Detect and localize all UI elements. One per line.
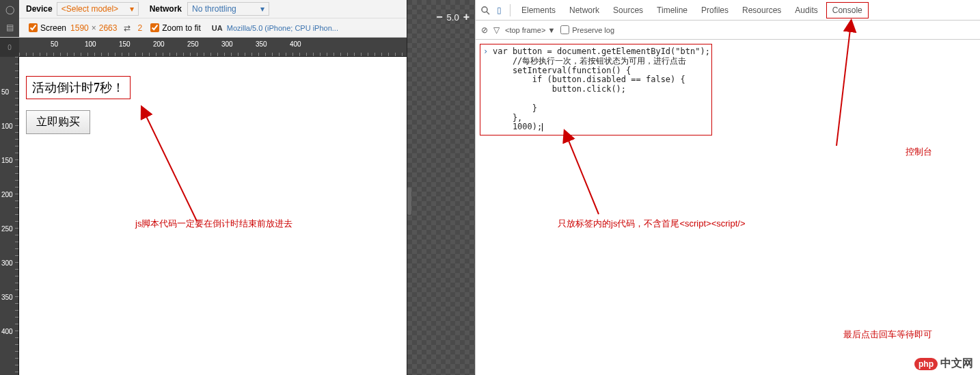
code-text: var button = document.getElementById("bt… (493, 47, 710, 131)
emulator-gutter: − 5.0 + (407, 0, 475, 375)
tab-timeline[interactable]: Timeline (651, 3, 693, 18)
device-icon[interactable]: ▯ (493, 5, 504, 16)
ruler-tick: 400 (290, 40, 301, 48)
zoom-fit-input[interactable] (150, 23, 159, 32)
ruler-tick: 200 (1, 191, 13, 198)
svg-line-4 (836, 29, 850, 146)
times-icon: × (92, 23, 96, 33)
frame-select[interactable]: <top frame> ▼ (505, 26, 555, 34)
dropdown-icon: ▾ (260, 4, 264, 14)
arrow-icon (564, 135, 605, 220)
preserve-log-input[interactable] (560, 25, 569, 34)
ruler-tick: 350 (256, 40, 267, 48)
zoom-control: − 5.0 + (436, 11, 469, 23)
zoom-fit-label: Zoom to fit (162, 23, 201, 33)
text-cursor (542, 123, 543, 131)
ua-label: UA (212, 24, 223, 32)
annotation-left: js脚本代码一定要在倒计时结束前放进去 (135, 218, 292, 230)
ruler-tick: 50 (51, 40, 58, 48)
screen-label: Screen (40, 23, 66, 33)
ua-value[interactable]: Mozilla/5.0 (iPhone; CPU iPhon... (227, 24, 338, 32)
ruler-tick: 100 (85, 40, 96, 48)
screen-checkbox[interactable]: Screen (29, 23, 66, 33)
countdown-prefix: 活动倒计时 (32, 81, 94, 94)
devtools-tabbar: ▯ Elements Network Sources Timeline Prof… (476, 0, 980, 21)
left-toolbar-icons: ◯ ▤ (0, 0, 19, 37)
console-toolbar: ⊘ ▽ <top frame> ▼ Preserve log (476, 21, 980, 40)
ruler-tick: 350 (1, 294, 13, 301)
device-model-select[interactable]: <Select model> ▾ (57, 2, 139, 16)
network-label: Network (150, 4, 182, 14)
device-toolbar: ◯ ▤ Device <Select model> ▾ Network No t… (0, 0, 407, 38)
pixel-ratio: 2 (137, 23, 142, 33)
ruler-vertical: 50 100 150 200 250 300 350 400 (0, 57, 19, 375)
svg-line-3 (568, 139, 599, 214)
tab-sources[interactable]: Sources (608, 3, 649, 18)
tab-profiles[interactable]: Profiles (696, 3, 734, 18)
emulator-main: 50 100 150 200 250 300 350 400 活动倒计时7秒！ … (0, 57, 407, 375)
resize-handle[interactable] (407, 188, 411, 215)
network-throttle-select[interactable]: No throttling ▾ (187, 2, 269, 16)
watermark-logo: php (914, 358, 938, 370)
screen-height: 2663 (99, 23, 118, 33)
ruler-tick: 300 (1, 259, 13, 267)
buy-now-button[interactable]: 立即购买 (26, 110, 90, 134)
ruler-tick: 150 (119, 40, 131, 48)
svg-line-2 (487, 12, 489, 14)
svg-point-1 (482, 7, 487, 12)
ruler-tick: 300 (221, 40, 233, 48)
screen-width: 1590 (70, 23, 89, 33)
ruler-tick: 400 (1, 328, 13, 335)
zoom-in-button[interactable]: + (463, 11, 469, 23)
tab-console[interactable]: Console (826, 2, 869, 18)
filter-icon[interactable]: ▽ (493, 25, 500, 35)
annotation-enter: 最后点击回车等待即可 (843, 328, 932, 341)
ruler-tick: 200 (153, 40, 165, 48)
ruler-horizontal: 50 100 150 200 250 300 350 400 (19, 38, 407, 57)
countdown-number: 7 (94, 81, 100, 94)
watermark: php 中文网 (914, 357, 973, 371)
network-value: No throttling (192, 4, 236, 14)
screen-checkbox-input[interactable] (29, 23, 38, 32)
zoom-out-button[interactable]: − (436, 11, 442, 23)
inspect-icon[interactable]: ◯ (4, 4, 15, 15)
ruler-tick: 150 (1, 157, 13, 164)
frame-value: <top frame> (505, 26, 545, 34)
preserve-log-checkbox[interactable]: Preserve log (560, 25, 614, 34)
svg-line-0 (146, 115, 197, 221)
ruler-corner: 0 (0, 38, 19, 57)
zoom-fit-checkbox[interactable]: Zoom to fit (150, 23, 201, 33)
annotation-code: 只放标签内的js代码，不含首尾<script><script/> (558, 218, 746, 230)
arrow-icon (142, 112, 210, 230)
watermark-text: 中文网 (940, 357, 973, 371)
device-label: Device (22, 4, 53, 14)
tab-resources[interactable]: Resources (737, 3, 787, 18)
console-body[interactable]: var button = document.getElementById("bt… (476, 40, 980, 375)
devtools-panel: ▯ Elements Network Sources Timeline Prof… (475, 0, 980, 375)
console-input-code[interactable]: var button = document.getElementById("bt… (480, 44, 712, 135)
swap-icon[interactable]: ⇄ (124, 23, 131, 33)
ruler-tick: 250 (1, 225, 13, 233)
ruler-tick: 50 (1, 88, 9, 96)
tab-elements[interactable]: Elements (516, 3, 561, 18)
emulated-viewport: 活动倒计时7秒！ 立即购买 js脚本代码一定要在倒计时结束前放进去 (19, 57, 407, 375)
countdown-text: 活动倒计时7秒！ (26, 76, 131, 99)
tab-audits[interactable]: Audits (789, 3, 823, 18)
preserve-log-label: Preserve log (572, 26, 614, 34)
ruler-horizontal-wrap: 0 50 100 150 200 250 300 350 400 (0, 38, 407, 57)
ruler-tick: 250 (187, 40, 199, 48)
device-model-value: <Select model> (62, 4, 118, 14)
dropdown-icon: ▾ (130, 4, 134, 14)
clear-icon[interactable]: ⊘ (481, 25, 488, 35)
countdown-suffix: 秒！ (100, 81, 124, 94)
device-emulator-panel: ◯ ▤ Device <Select model> ▾ Network No t… (0, 0, 407, 375)
zoom-value: 5.0 (447, 12, 459, 23)
search-icon[interactable] (480, 5, 491, 16)
annotation-console: 控制台 (906, 146, 932, 158)
arrow-icon (816, 26, 857, 151)
ruler-tick: 100 (1, 122, 13, 130)
tab-network[interactable]: Network (564, 3, 605, 18)
cursor-icon[interactable]: ▤ (4, 22, 15, 33)
